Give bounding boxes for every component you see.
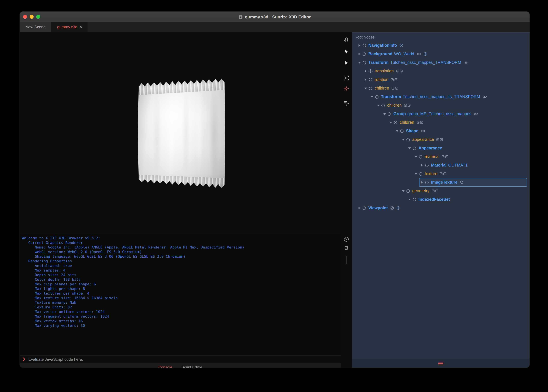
tree-row-background[interactable]: BackgroundWO_World — [357, 50, 527, 58]
tree-row-children[interactable]: children — [363, 84, 527, 92]
tab-new-scene[interactable]: New Scene — [20, 22, 51, 32]
eye-icon[interactable] — [417, 52, 421, 56]
expand-icon[interactable] — [357, 42, 362, 49]
routes-icon[interactable] — [391, 86, 398, 90]
slash-circle-icon[interactable] — [390, 206, 394, 210]
viewport-toolbar — [341, 32, 352, 368]
tree-row-material[interactable]: MaterialOUTMAT1 — [419, 161, 527, 169]
tab-script-editor[interactable]: Script Editor — [181, 365, 202, 368]
collapse-icon[interactable] — [413, 153, 418, 161]
collapse-icon[interactable] — [382, 110, 387, 118]
console-input-placeholder: Evaluate JavaScript code here. — [28, 357, 83, 362]
collapse-icon[interactable] — [394, 127, 400, 135]
lighting-button[interactable] — [343, 86, 349, 91]
viewport-3d[interactable] — [20, 32, 341, 234]
tree-row-material[interactable]: material — [413, 152, 527, 161]
eye-icon[interactable] — [483, 95, 487, 99]
console-line: Welcome to X_ITE X3D Browser v9.5.2: — [22, 236, 341, 241]
pan-tool-button[interactable] — [343, 37, 349, 43]
circle-icon — [400, 129, 404, 133]
tree-row-navigationinfo[interactable]: NavigationInfo — [357, 41, 527, 50]
collapse-icon[interactable] — [363, 84, 368, 92]
frame-view-button[interactable] — [343, 75, 349, 81]
collapse-icon[interactable] — [369, 93, 375, 101]
tree-row-translation[interactable]: translation — [363, 67, 527, 75]
collapse-icon[interactable] — [357, 59, 362, 66]
console-line: Texture units: 32 — [22, 305, 341, 310]
collapse-icon[interactable] — [401, 187, 406, 195]
window-title-area: gummy.x3d · Sunrize X3D Editor — [20, 14, 530, 19]
eye-icon[interactable] — [474, 112, 478, 116]
tab-console[interactable]: Console — [158, 365, 172, 368]
script-panel-button[interactable] — [343, 100, 349, 106]
tree-row-transform[interactable]: TransformTütchen_rissc_mappes_ifs_TRANSF… — [369, 92, 527, 101]
delete-console-button[interactable] — [343, 245, 349, 251]
zoom-window-button[interactable] — [36, 15, 40, 19]
tree-row-children[interactable]: children — [375, 101, 527, 110]
expand-icon[interactable] — [419, 161, 425, 169]
routes-icon[interactable] — [391, 78, 397, 82]
close-window-button[interactable] — [23, 15, 27, 19]
node-type-name: ImageTexture — [431, 180, 458, 185]
console-input-row[interactable]: Evaluate JavaScript code here. — [20, 356, 341, 363]
tree-row-transform[interactable]: TransformTütchen_rissc_mappes_TRANSFORM — [357, 58, 527, 67]
routes-icon[interactable] — [404, 103, 411, 107]
circle-icon — [362, 60, 367, 65]
tree-row-imagetexture[interactable]: ImageTexture — [419, 178, 527, 187]
field-name: children — [375, 86, 389, 91]
refresh-icon[interactable] — [460, 180, 464, 184]
close-tab-icon[interactable]: × — [80, 25, 82, 29]
collapse-icon[interactable] — [401, 136, 406, 144]
minimize-window-button[interactable] — [30, 15, 34, 19]
clear-console-button[interactable] — [343, 236, 349, 242]
console-line: Depth size: 24 bits — [22, 273, 341, 277]
play-button[interactable] — [343, 60, 349, 66]
console-line: Max clip planes per shape: 6 — [22, 282, 341, 287]
expand-icon[interactable] — [357, 204, 362, 212]
titlebar[interactable]: gummy.x3d · Sunrize X3D Editor — [20, 12, 530, 22]
console-line: Rendering Properties — [22, 259, 341, 264]
tree-row-texture[interactable]: texture — [413, 169, 527, 178]
tree-row-indexedfaceset[interactable]: IndexedFaceSet — [407, 195, 527, 204]
prompt-chevron-icon — [23, 357, 25, 361]
routes-icon[interactable] — [442, 155, 448, 159]
tree-row-appearance[interactable]: appearance — [400, 135, 527, 144]
collapse-icon[interactable] — [376, 101, 381, 109]
console-line: Max fragment uniform vectors: 1024 — [22, 314, 341, 319]
desktop-background: gummy.x3d · Sunrize X3D Editor New Scene… — [0, 0, 548, 392]
routes-icon[interactable] — [432, 189, 438, 193]
tree-row-viewpoint[interactable]: Viewpoint — [357, 204, 527, 212]
expand-icon[interactable] — [419, 178, 425, 186]
node-type-name: Shape — [406, 129, 418, 133]
expand-icon[interactable] — [407, 196, 412, 203]
circle-icon — [406, 137, 410, 142]
tab-gummy-x3d[interactable]: gummy.x3d × — [51, 22, 88, 32]
console-line: Texture memory: NaN — [22, 301, 341, 305]
routes-icon[interactable] — [396, 69, 403, 73]
collapse-icon[interactable] — [407, 144, 412, 152]
expand-icon[interactable] — [363, 67, 368, 75]
scrollbar-thumb[interactable] — [346, 256, 347, 264]
eye-icon[interactable] — [421, 129, 425, 133]
target-icon[interactable] — [423, 52, 427, 56]
tree-row-appearance[interactable]: Appearance — [407, 144, 527, 152]
tree-row-shape[interactable]: Shape — [394, 127, 527, 135]
tree-row-group[interactable]: Groupgroup_ME_Tütchen_rissc_mappes — [382, 110, 527, 118]
collapse-icon[interactable] — [388, 119, 393, 126]
tree-row-children[interactable]: children — [388, 118, 527, 127]
expand-icon[interactable] — [357, 50, 362, 58]
select-tool-button[interactable] — [343, 48, 349, 54]
target-icon[interactable] — [397, 206, 400, 210]
routes-icon[interactable] — [440, 172, 446, 176]
tree-row-geometry[interactable]: geometry — [400, 187, 527, 195]
node-instance-name: WO_World — [394, 52, 414, 56]
target-icon[interactable] — [399, 43, 403, 47]
routes-icon[interactable] — [417, 120, 423, 124]
eye-icon[interactable] — [463, 61, 468, 64]
routes-icon[interactable] — [436, 138, 443, 141]
tree-row-rotation[interactable]: rotation — [363, 75, 527, 84]
collapse-icon[interactable] — [413, 170, 418, 178]
gummy-wrapper-model — [138, 77, 225, 189]
outline-menu-icon[interactable] — [438, 362, 443, 365]
expand-icon[interactable] — [363, 76, 368, 84]
